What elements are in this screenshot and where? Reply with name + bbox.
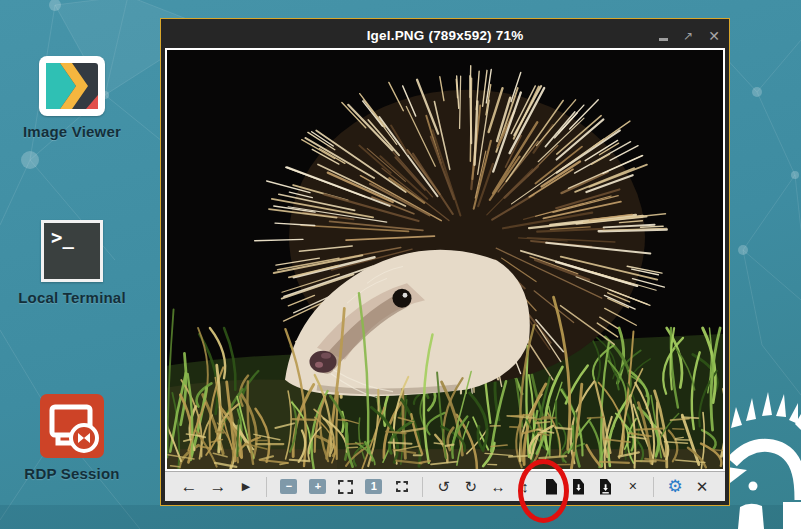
- play-slideshow-button[interactable]: ▶: [238, 477, 253, 497]
- rdp-icon: [40, 394, 104, 458]
- image-viewer-window: Igel.PNG (789x592) 71% ↗ ✕: [160, 18, 730, 506]
- zoom-in-button[interactable]: +: [309, 479, 326, 494]
- viewer-toolbar: ←→▶−+ 1 ↺↻↔↕ ✕⚙✕: [165, 471, 725, 501]
- fullscreen-button[interactable]: [394, 477, 409, 497]
- close-image-button[interactable]: ✕: [625, 477, 640, 497]
- zoom-out-button[interactable]: −: [280, 479, 297, 494]
- terminal-icon: >_: [41, 220, 103, 282]
- hedgehog-photo: [167, 50, 723, 469]
- actual-size-button[interactable]: 1: [365, 479, 382, 494]
- window-controls: ↗ ✕: [659, 23, 720, 48]
- rotate-ccw-button[interactable]: ↺: [436, 477, 451, 497]
- image-canvas[interactable]: [165, 48, 725, 471]
- desktop-icon-label: RDP Session: [24, 465, 119, 482]
- desktop-icon-rdp-session[interactable]: RDP Session: [0, 394, 144, 482]
- save-button[interactable]: [571, 477, 586, 497]
- fit-to-window-button[interactable]: [338, 477, 353, 497]
- close-button[interactable]: ✕: [708, 29, 720, 43]
- flip-horizontal-button[interactable]: ↔: [490, 477, 505, 497]
- previous-image-button[interactable]: ←: [180, 477, 197, 497]
- desktop-icon-local-terminal[interactable]: >_ Local Terminal: [0, 220, 144, 306]
- desktop-bottom-strip: [0, 505, 801, 529]
- settings-button[interactable]: ⚙: [667, 477, 682, 497]
- desktop: Image Viewer >_ Local Terminal RDP Sessi…: [0, 0, 801, 529]
- close-window-button[interactable]: ✕: [695, 477, 710, 497]
- save-as-button[interactable]: [598, 477, 613, 497]
- desktop-icon-label: Local Terminal: [18, 289, 126, 306]
- toolbar-separator: [653, 477, 654, 497]
- image-viewer-icon: [39, 56, 105, 116]
- terminal-prompt-glyph: >_: [51, 226, 74, 248]
- next-image-button[interactable]: →: [209, 477, 226, 497]
- igel-logo: [720, 390, 801, 529]
- window-title: Igel.PNG (789x592) 71%: [367, 28, 524, 43]
- maximize-button[interactable]: ↗: [683, 30, 693, 42]
- toolbar-separator: [266, 477, 267, 497]
- toolbar-separator: [422, 477, 423, 497]
- window-titlebar[interactable]: Igel.PNG (789x592) 71% ↗ ✕: [165, 23, 725, 48]
- rotate-cw-button[interactable]: ↻: [463, 477, 478, 497]
- minimize-button[interactable]: [659, 38, 668, 41]
- desktop-icon-label: Image Viewer: [23, 123, 121, 140]
- red-circle-annotation: [518, 459, 569, 523]
- desktop-icon-image-viewer[interactable]: Image Viewer: [0, 56, 144, 140]
